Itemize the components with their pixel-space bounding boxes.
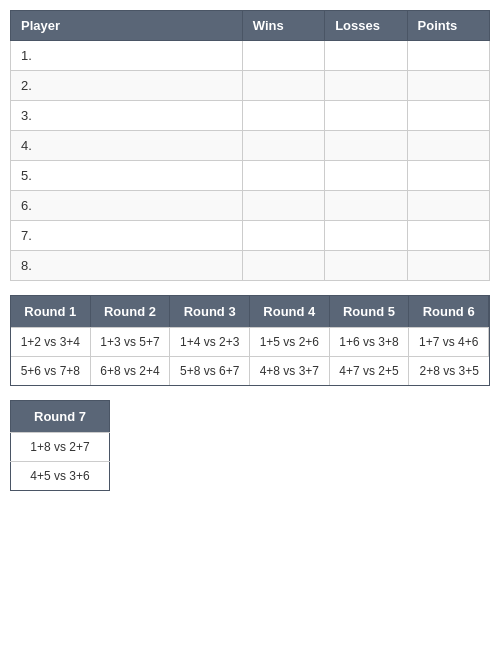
wins-cell xyxy=(242,131,324,161)
losses-cell xyxy=(325,161,407,191)
round-match-cell: 1+7 vs 4+6 xyxy=(409,327,489,356)
wins-cell xyxy=(242,221,324,251)
header-points: Points xyxy=(407,11,489,41)
points-cell xyxy=(407,161,489,191)
player-rank-cell: 7. xyxy=(11,221,243,251)
round-match-cell: 2+8 vs 3+5 xyxy=(409,356,489,385)
round-match-cell: 4+8 vs 3+7 xyxy=(250,356,330,385)
round-match-cell: 5+6 vs 7+8 xyxy=(11,356,91,385)
losses-cell xyxy=(325,71,407,101)
wins-cell xyxy=(242,251,324,281)
points-cell xyxy=(407,41,489,71)
losses-cell xyxy=(325,191,407,221)
wins-cell xyxy=(242,71,324,101)
losses-cell xyxy=(325,131,407,161)
round7-row1: 1+8 vs 2+7 xyxy=(11,433,110,462)
points-cell xyxy=(407,101,489,131)
standings-row: 3. xyxy=(11,101,490,131)
round7-header: Round 7 xyxy=(11,401,110,433)
player-rank-cell: 8. xyxy=(11,251,243,281)
wins-cell xyxy=(242,161,324,191)
losses-cell xyxy=(325,101,407,131)
round-header: Round 6 xyxy=(409,296,489,327)
header-wins: Wins xyxy=(242,11,324,41)
round-match-cell: 6+8 vs 2+4 xyxy=(91,356,171,385)
standings-row: 7. xyxy=(11,221,490,251)
player-rank-cell: 2. xyxy=(11,71,243,101)
losses-cell xyxy=(325,251,407,281)
points-cell xyxy=(407,71,489,101)
standings-row: 6. xyxy=(11,191,490,221)
player-rank-cell: 4. xyxy=(11,131,243,161)
round7-table: Round 7 1+8 vs 2+7 4+5 vs 3+6 xyxy=(10,400,110,491)
round-header: Round 5 xyxy=(330,296,410,327)
round-header: Round 1 xyxy=(11,296,91,327)
wins-cell xyxy=(242,191,324,221)
wins-cell xyxy=(242,101,324,131)
round-match-cell: 1+6 vs 3+8 xyxy=(330,327,410,356)
losses-cell xyxy=(325,221,407,251)
standings-row: 4. xyxy=(11,131,490,161)
standings-row: 1. xyxy=(11,41,490,71)
standings-row: 2. xyxy=(11,71,490,101)
round-header: Round 4 xyxy=(250,296,330,327)
header-player: Player xyxy=(11,11,243,41)
round7-row2: 4+5 vs 3+6 xyxy=(11,462,110,491)
losses-cell xyxy=(325,41,407,71)
round-match-cell: 5+8 vs 6+7 xyxy=(170,356,250,385)
round-match-cell: 1+2 vs 3+4 xyxy=(11,327,91,356)
round-match-cell: 1+4 vs 2+3 xyxy=(170,327,250,356)
round-header: Round 2 xyxy=(91,296,171,327)
points-cell xyxy=(407,131,489,161)
round-match-cell: 4+7 vs 2+5 xyxy=(330,356,410,385)
round-header: Round 3 xyxy=(170,296,250,327)
header-losses: Losses xyxy=(325,11,407,41)
player-rank-cell: 1. xyxy=(11,41,243,71)
round7-container: Round 7 1+8 vs 2+7 4+5 vs 3+6 xyxy=(10,400,110,491)
points-cell xyxy=(407,191,489,221)
points-cell xyxy=(407,251,489,281)
player-rank-cell: 3. xyxy=(11,101,243,131)
round-match-cell: 1+5 vs 2+6 xyxy=(250,327,330,356)
player-rank-cell: 6. xyxy=(11,191,243,221)
standings-row: 8. xyxy=(11,251,490,281)
rounds-grid: Round 1Round 2Round 3Round 4Round 5Round… xyxy=(10,295,490,386)
standings-table: Player Wins Losses Points 1. 2. 3. 4. xyxy=(10,10,490,281)
points-cell xyxy=(407,221,489,251)
standings-row: 5. xyxy=(11,161,490,191)
wins-cell xyxy=(242,41,324,71)
player-rank-cell: 5. xyxy=(11,161,243,191)
round-match-cell: 1+3 vs 5+7 xyxy=(91,327,171,356)
